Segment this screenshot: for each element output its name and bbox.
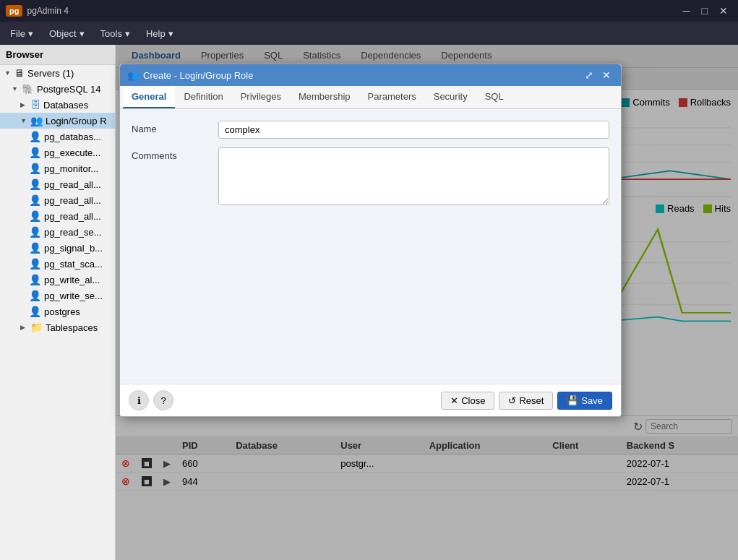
menu-file-label: File xyxy=(10,28,25,39)
sidebar-item-pg-databas[interactable]: 👤 pg_databas... xyxy=(0,129,115,145)
dialog-tab-security[interactable]: Security xyxy=(425,86,476,108)
tree-arrow-postgresql: ▼ xyxy=(12,85,19,92)
dialog-tab-general[interactable]: General xyxy=(123,86,175,108)
comments-textarea[interactable] xyxy=(218,147,609,205)
sidebar-item-pg-read3-label: pg_read_all... xyxy=(44,211,101,222)
dialog-tab-parameters[interactable]: Parameters xyxy=(359,86,425,108)
menu-tools-arrow: ▾ xyxy=(125,28,130,39)
sidebar-item-pg-read2[interactable]: 👤 pg_read_all... xyxy=(0,192,115,208)
dialog-tab-general-label: General xyxy=(132,91,166,102)
menu-object-label: Object xyxy=(49,28,77,39)
footer-left: ℹ ? xyxy=(129,390,173,410)
sidebar-item-pg-monitor-label: pg_monitor... xyxy=(44,163,98,174)
sidebar-item-pg-write1[interactable]: 👤 pg_write_al... xyxy=(0,272,115,288)
tree-arrow-databases: ▶ xyxy=(20,101,27,108)
sidebar-item-postgres[interactable]: 👤 postgres xyxy=(0,303,115,319)
name-label: Name xyxy=(132,121,218,134)
sidebar-item-pg-databas-label: pg_databas... xyxy=(44,132,101,142)
sidebar-item-tablespaces-label: Tablespaces xyxy=(46,322,98,333)
menu-help-arrow: ▾ xyxy=(168,28,173,39)
reset-label: Reset xyxy=(519,395,544,406)
sidebar-item-pg-execute[interactable]: 👤 pg_execute... xyxy=(0,145,115,160)
menu-tools[interactable]: Tools ▾ xyxy=(93,25,137,42)
sidebar-item-postgresql[interactable]: ▼ 🐘 PostgreSQL 14 xyxy=(0,81,115,97)
tree-arrow-logingroup: ▼ xyxy=(20,117,27,124)
info-icon: ℹ xyxy=(137,395,141,406)
menu-file-arrow: ▾ xyxy=(28,28,33,39)
form-row-name: Name xyxy=(132,121,609,139)
title-bar-controls: ─ □ ✕ xyxy=(679,4,732,18)
dialog-tab-definition[interactable]: Definition xyxy=(175,86,231,108)
reset-icon: ↺ xyxy=(508,395,516,406)
sidebar-item-pg-read3[interactable]: 👤 pg_read_all... xyxy=(0,208,115,224)
menu-object-arrow: ▾ xyxy=(80,28,85,39)
sidebar-item-pg-read-se-label: pg_read_se... xyxy=(44,227,102,238)
dialog-tab-sql[interactable]: SQL xyxy=(476,86,512,108)
sidebar-item-logingroup[interactable]: ▼ 👥 Login/Group R xyxy=(0,113,115,129)
dialog-tabs: General Definition Privileges Membership… xyxy=(120,86,621,109)
sidebar-item-pg-execute-label: pg_execute... xyxy=(44,147,100,158)
info-button[interactable]: ℹ xyxy=(129,390,149,410)
title-bar-left: pg pgAdmin 4 xyxy=(6,5,69,17)
sidebar-item-postgres-label: postgres xyxy=(44,306,80,317)
dialog-close-button[interactable]: ✕ xyxy=(599,69,614,82)
sidebar-item-pg-monitor[interactable]: 👤 pg_monitor... xyxy=(0,160,115,176)
dialog-tab-membership-label: Membership xyxy=(299,91,351,102)
dialog-tab-privileges[interactable]: Privileges xyxy=(232,86,290,108)
role-icon-3: 👤 xyxy=(29,163,41,174)
postgresql-icon: 🐘 xyxy=(22,83,34,95)
sidebar-item-pg-read1[interactable]: 👤 pg_read_all... xyxy=(0,176,115,192)
sidebar-item-pg-stat[interactable]: 👤 pg_stat_sca... xyxy=(0,256,115,272)
sidebar-item-databases[interactable]: ▶ 🗄 Databases xyxy=(0,97,115,113)
sidebar-item-pg-read-se[interactable]: 👤 pg_read_se... xyxy=(0,224,115,240)
sidebar-item-pg-read1-label: pg_read_all... xyxy=(44,179,101,190)
sidebar-item-pg-signal[interactable]: 👤 pg_signal_b... xyxy=(0,240,115,256)
databases-icon: 🗄 xyxy=(30,99,40,111)
role-icon-6: 👤 xyxy=(29,210,41,222)
sidebar-item-pg-write2[interactable]: 👤 pg_write_se... xyxy=(0,288,115,303)
menu-tools-label: Tools xyxy=(100,28,122,39)
name-input[interactable] xyxy=(218,121,609,139)
tablespace-icon: 📁 xyxy=(30,322,43,333)
sidebar-item-pg-signal-label: pg_signal_b... xyxy=(44,243,103,254)
maximize-button[interactable]: □ xyxy=(698,4,712,18)
close-label: Close xyxy=(461,395,485,406)
close-button[interactable]: ✕ Close xyxy=(441,392,494,410)
title-bar: pg pgAdmin 4 ─ □ ✕ xyxy=(0,0,738,22)
dialog-tab-privileges-label: Privileges xyxy=(241,91,281,102)
save-button[interactable]: 💾 Save xyxy=(557,392,612,410)
menu-file[interactable]: File ▾ xyxy=(3,25,40,42)
save-icon: 💾 xyxy=(567,395,578,406)
menu-bar: File ▾ Object ▾ Tools ▾ Help ▾ xyxy=(0,22,738,45)
sidebar-item-pg-stat-label: pg_stat_sca... xyxy=(44,259,103,270)
role-icon-5: 👤 xyxy=(29,194,41,206)
sidebar-item-postgresql-label: PostgreSQL 14 xyxy=(37,84,100,95)
role-icon-2: 👤 xyxy=(29,147,41,158)
reset-button[interactable]: ↺ Reset xyxy=(499,392,553,410)
role-icon-10: 👤 xyxy=(29,274,41,285)
help-button[interactable]: ? xyxy=(153,390,173,410)
dialog-controls: ⤢ ✕ xyxy=(582,69,614,82)
tree-arrow-tablespaces: ▶ xyxy=(20,324,27,331)
role-icon-9: 👤 xyxy=(29,258,41,270)
logingroup-icon: 👥 xyxy=(30,115,43,126)
minimize-button[interactable]: ─ xyxy=(679,4,695,18)
dialog-title-icon: 👥 xyxy=(127,70,139,81)
sidebar-item-tablespaces[interactable]: ▶ 📁 Tablespaces xyxy=(0,319,115,335)
role-icon-12: 👤 xyxy=(29,306,41,317)
comments-label: Comments xyxy=(132,147,218,161)
footer-right: ✕ Close ↺ Reset 💾 Save xyxy=(441,392,612,410)
create-role-dialog: 👥 Create - Login/Group Role ⤢ ✕ General … xyxy=(119,64,622,417)
tree-arrow-servers: ▼ xyxy=(4,69,12,77)
close-window-button[interactable]: ✕ xyxy=(715,4,732,18)
menu-help-label: Help xyxy=(146,28,166,39)
dialog-tab-membership[interactable]: Membership xyxy=(290,86,359,108)
sidebar: Browser ▼ 🖥 Servers (1) ▼ 🐘 PostgreSQL 1… xyxy=(0,45,116,560)
dialog-expand-button[interactable]: ⤢ xyxy=(582,69,596,82)
role-icon-1: 👤 xyxy=(29,131,41,142)
sidebar-item-servers[interactable]: ▼ 🖥 Servers (1) xyxy=(0,65,115,81)
menu-help[interactable]: Help ▾ xyxy=(139,25,181,42)
dialog-title: 👥 Create - Login/Group Role xyxy=(127,70,253,81)
role-icon-4: 👤 xyxy=(29,178,41,190)
menu-object[interactable]: Object ▾ xyxy=(42,25,92,42)
